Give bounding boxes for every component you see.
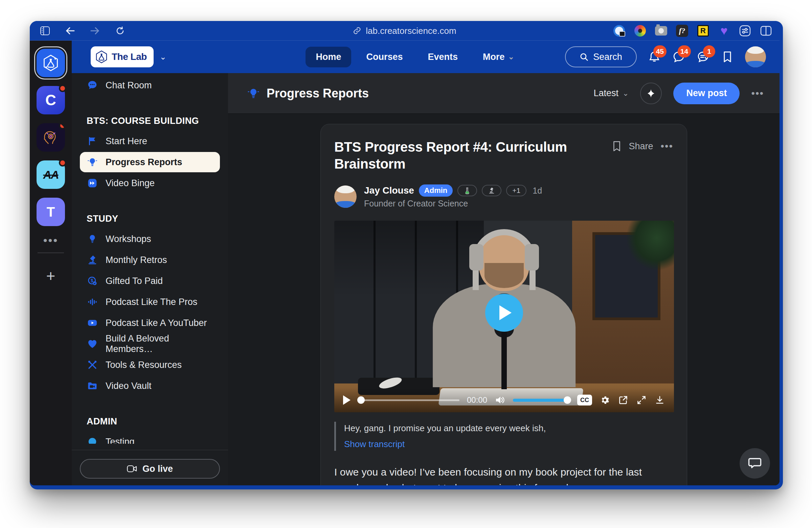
settings-gear-icon[interactable] (599, 395, 610, 405)
author-avatar[interactable] (334, 185, 357, 208)
fullscreen-icon[interactable] (636, 395, 647, 405)
share-button[interactable]: Share (629, 141, 653, 152)
pip-external-icon[interactable] (618, 395, 629, 405)
browser-toolbar: lab.creatorscience.com f? R ♥ (30, 21, 780, 41)
direct-messages-button[interactable]: 1 (696, 50, 710, 63)
download-icon[interactable] (654, 395, 665, 405)
volume-slider[interactable] (513, 399, 570, 402)
page-title: Progress Reports (266, 86, 369, 101)
chat-button[interactable]: 14 (672, 50, 685, 63)
add-community-button[interactable]: + (46, 267, 56, 285)
section-title-admin: ADMIN (87, 416, 220, 427)
transcript-quote: Hey, gang. I promise you an update every… (344, 423, 673, 433)
sidebar-item-monthly-retros[interactable]: Monthly Retros (80, 250, 220, 270)
nav-tab-more[interactable]: More⌄ (473, 47, 524, 67)
sidebar-item-workshops[interactable]: Workshops (80, 229, 220, 249)
screenshot-extension-icon[interactable] (655, 25, 667, 37)
address-bar[interactable]: lab.creatorscience.com (353, 25, 456, 36)
seek-bar[interactable] (358, 399, 460, 401)
nav-tab-home[interactable]: Home (305, 47, 351, 67)
community-logo[interactable]: The Lab (91, 46, 154, 67)
new-post-button[interactable]: New post (673, 83, 740, 104)
volume-icon[interactable] (495, 395, 506, 405)
user-avatar[interactable] (745, 46, 766, 67)
sidebar-item-testing[interactable]: Testing (80, 431, 220, 444)
sidebar-item-gifted-to-paid[interactable]: $ Gifted To Paid (80, 271, 220, 291)
volume-thumb[interactable] (564, 396, 571, 404)
lightbulb-rays-icon (87, 156, 98, 168)
sidebar-item-tools-resources[interactable]: Tools & Resources (80, 355, 220, 375)
community-switcher-chevron-icon[interactable]: ⌄ (160, 52, 166, 61)
dm-badge: 1 (703, 45, 715, 58)
seek-thumb[interactable] (357, 396, 365, 404)
post-title: BTS Progress Report #4: Curriculum Brain… (334, 139, 612, 172)
bookmarks-button[interactable] (721, 50, 734, 63)
post-options-icon[interactable]: ••• (661, 141, 673, 152)
support-chat-button[interactable] (740, 448, 770, 479)
rail-more-icon[interactable]: ••• (43, 237, 59, 244)
sort-dropdown[interactable]: Latest ⌄ (593, 88, 629, 99)
chat-room-icon (87, 80, 98, 91)
sparkle-icon (646, 88, 656, 99)
link-icon (353, 27, 361, 35)
post-timestamp: 1d (533, 186, 542, 196)
sidebar-item-chat-room[interactable]: Chat Room (80, 75, 220, 96)
sidebar-item-podcast-like-the-pros[interactable]: Podcast Like The Pros (80, 292, 220, 312)
onepassword-extension-icon[interactable] (613, 25, 625, 37)
heart-icon (87, 338, 98, 349)
author-name[interactable]: Jay Clouse (364, 185, 414, 196)
rail-item-aa-app[interactable]: AA (37, 160, 65, 189)
r-extension-icon[interactable]: R (697, 25, 709, 37)
microscope-icon (87, 254, 98, 266)
go-live-button[interactable]: Go live (80, 459, 220, 479)
sidebar-item-video-binge[interactable]: Video Binge (80, 173, 220, 193)
rail-item-t-app[interactable]: T (37, 198, 65, 226)
section-title-bts: BTS: COURSE BUILDING (87, 116, 220, 126)
sidebar-item-start-here[interactable]: Start Here (80, 131, 220, 151)
sidebar-item-podcast-like-a-youtuber[interactable]: Podcast Like A YouTuber (80, 313, 220, 333)
reload-icon[interactable] (115, 26, 125, 36)
nav-tab-courses[interactable]: Courses (356, 47, 413, 67)
rail-item-the-lab[interactable] (37, 49, 65, 77)
back-icon[interactable] (65, 26, 75, 36)
rail-item-ai-head-app[interactable] (37, 123, 65, 152)
play-button[interactable] (485, 294, 523, 332)
fast-forward-icon (87, 177, 98, 189)
space-sidebar: Chat Room BTS: COURSE BUILDING Start Her… (72, 73, 228, 485)
video-camera-icon (127, 465, 137, 472)
notifications-button[interactable]: 45 (648, 50, 661, 63)
feed-options-icon[interactable]: ••• (751, 88, 764, 99)
show-transcript-link[interactable]: Show transcript (344, 439, 673, 449)
admin-badge: Admin (419, 184, 453, 197)
nav-tab-events[interactable]: Events (418, 47, 468, 67)
tools-icon (87, 359, 98, 371)
chat-bubble-icon (748, 457, 762, 470)
dollar-check-icon: $ (87, 275, 98, 287)
the-lab-hexagon-flask-icon (42, 54, 60, 72)
rail-item-c-app[interactable]: C (37, 86, 65, 114)
the-lab-hexagon-flask-icon (95, 50, 108, 63)
sidebar-toggle-icon[interactable] (40, 26, 50, 36)
heart-extension-icon[interactable]: ♥ (718, 25, 730, 37)
lightbulb-icon (87, 233, 98, 245)
more-badges[interactable]: +1 (506, 185, 526, 196)
video-player[interactable]: 00:00 CC (334, 221, 674, 412)
colorpicker-extension-icon[interactable] (634, 25, 646, 37)
feed-scroll-area[interactable]: BTS Progress Report #4: Curriculum Brain… (228, 114, 780, 485)
extensions-panel-icon[interactable] (739, 25, 751, 37)
sidebar-item-build-a-beloved-membership[interactable]: Build A Beloved Members… (80, 334, 220, 354)
waveform-icon (87, 296, 98, 308)
sidebar-item-video-vault[interactable]: Video Vault (80, 376, 220, 396)
lightbulb-rays-icon (247, 87, 260, 100)
play-icon[interactable] (343, 395, 350, 405)
search-button[interactable]: Search (565, 46, 637, 67)
flag-icon (87, 135, 98, 147)
forward-icon[interactable] (90, 26, 100, 36)
sidebar-item-progress-reports[interactable]: Progress Reports (80, 152, 220, 172)
url-text: lab.creatorscience.com (366, 25, 456, 36)
bookmark-icon[interactable] (612, 141, 621, 152)
fontninja-extension-icon[interactable]: f? (676, 25, 688, 37)
captions-button[interactable]: CC (577, 395, 592, 405)
ai-sparkle-button[interactable] (640, 83, 662, 104)
tab-split-view-icon[interactable] (760, 25, 772, 37)
